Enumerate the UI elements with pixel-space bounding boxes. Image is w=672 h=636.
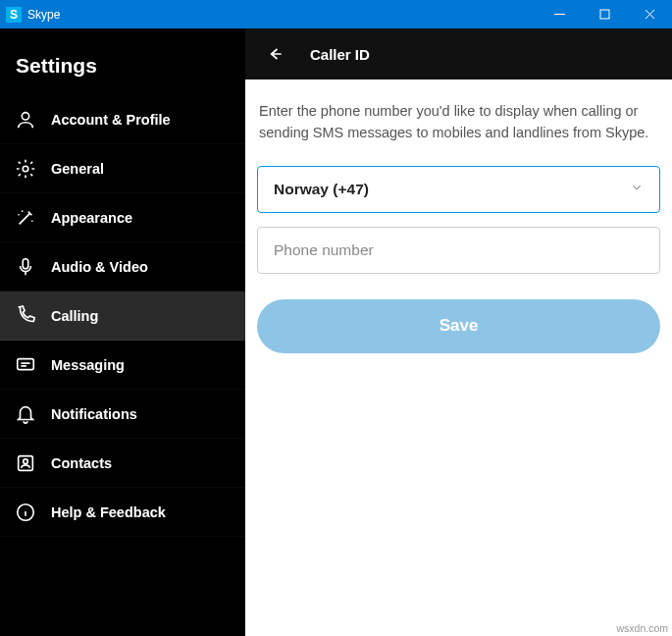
sidebar-item-label: Help & Feedback (51, 504, 166, 520)
mic-icon (14, 255, 37, 279)
sidebar-item-calling[interactable]: Calling (0, 292, 245, 341)
page-title: Caller ID (310, 46, 370, 63)
sidebar-item-notifications[interactable]: Notifications (0, 390, 245, 439)
main-panel: Caller ID Enter the phone number you'd l… (245, 28, 672, 636)
svg-point-4 (22, 112, 28, 119)
settings-sidebar: Settings Account & Profile General Appea… (0, 28, 245, 636)
sidebar-item-label: Appearance (51, 210, 132, 226)
sidebar-item-contacts[interactable]: Contacts (0, 439, 245, 488)
close-button[interactable] (627, 0, 672, 28)
sidebar-item-label: Contacts (51, 455, 112, 471)
sidebar-item-label: Calling (51, 308, 98, 324)
wand-icon (14, 206, 37, 230)
bell-icon (14, 402, 37, 426)
main-header: Caller ID (245, 28, 672, 80)
sidebar-item-label: Messaging (51, 357, 125, 373)
phone-icon (14, 304, 37, 328)
minimize-button[interactable] (537, 0, 582, 28)
sidebar-item-general[interactable]: General (0, 144, 245, 193)
phone-placeholder: Phone number (274, 241, 644, 259)
country-value: Norway (+47) (274, 181, 630, 198)
sidebar-item-label: Audio & Video (51, 259, 148, 275)
contacts-icon (14, 451, 37, 475)
sidebar-item-appearance[interactable]: Appearance (0, 193, 245, 242)
svg-rect-1 (600, 10, 609, 19)
info-icon (14, 501, 37, 524)
svg-point-5 (23, 166, 28, 172)
sidebar-item-messaging[interactable]: Messaging (0, 341, 245, 390)
sidebar-header: Settings (0, 28, 245, 95)
svg-rect-6 (23, 258, 28, 268)
app-icon-letter: S (10, 8, 18, 22)
sidebar-item-account-profile[interactable]: Account & Profile (0, 95, 245, 144)
save-button[interactable]: Save (257, 299, 660, 353)
country-select[interactable]: Norway (+47) (257, 166, 660, 213)
main-content: Enter the phone number you'd like to dis… (245, 80, 672, 365)
sidebar-item-label: Notifications (51, 406, 137, 422)
chevron-down-icon (630, 181, 644, 198)
message-icon (14, 353, 37, 377)
sidebar-item-help-feedback[interactable]: Help & Feedback (0, 488, 245, 537)
user-icon (14, 108, 37, 132)
app-icon: S (6, 7, 22, 23)
sidebar-item-audio-video[interactable]: Audio & Video (0, 242, 245, 292)
sidebar-item-label: Account & Profile (51, 112, 171, 128)
gear-icon (14, 157, 37, 181)
titlebar: S Skype (0, 0, 672, 28)
app-title: Skype (27, 8, 537, 22)
svg-point-9 (24, 458, 28, 463)
watermark: wsxdn.com (616, 622, 668, 634)
phone-number-input[interactable]: Phone number (257, 227, 660, 274)
sidebar-item-label: General (51, 161, 104, 177)
back-button[interactable] (257, 36, 292, 72)
window-controls (537, 0, 672, 28)
svg-rect-7 (18, 358, 34, 369)
caller-id-description: Enter the phone number you'd like to dis… (257, 101, 660, 144)
maximize-button[interactable] (582, 0, 627, 28)
